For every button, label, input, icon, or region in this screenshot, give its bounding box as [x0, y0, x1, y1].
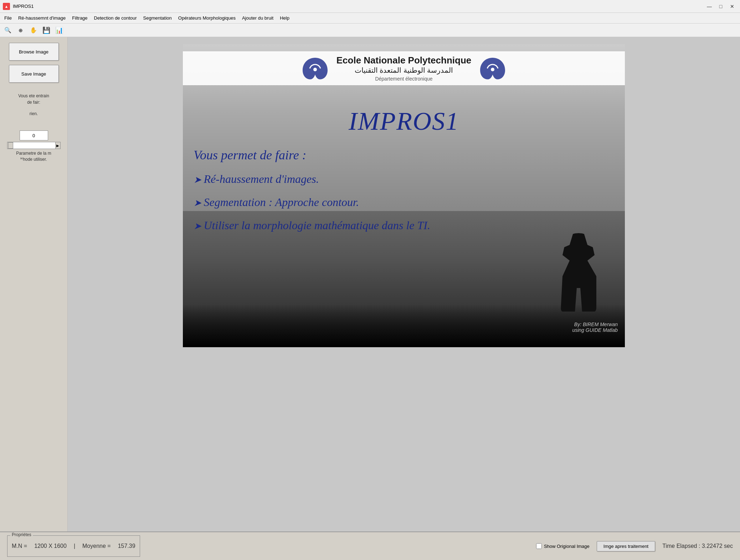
- moyenne-value: 157.39: [118, 543, 135, 549]
- mn-label: M.N =: [12, 543, 27, 549]
- slider-label: Parametre de la m ᴹhode utiliser.: [16, 150, 51, 163]
- menu-detection[interactable]: Detection de contour: [91, 14, 140, 22]
- mn-value: 1200 X 1600: [34, 543, 67, 549]
- app-icon: ▲: [3, 3, 10, 10]
- splash-list: Ré-haussement d'images. Segmentation : A…: [194, 173, 430, 232]
- save-image-button[interactable]: Save Image: [9, 65, 59, 83]
- menu-segmentation[interactable]: Segmentation: [140, 14, 175, 22]
- svg-point-1: [491, 68, 494, 71]
- svg-point-0: [313, 68, 317, 71]
- credit-line1: By: BIREM Merwan: [572, 322, 618, 327]
- menu-filtrage[interactable]: Filtrage: [69, 14, 90, 22]
- enp-logo-left: [301, 56, 329, 81]
- browse-image-button[interactable]: Browse Image: [9, 43, 59, 61]
- zoom-fit-button[interactable]: ⊕: [15, 25, 26, 35]
- enp-text-center: Ecole Nationale Polytechnique المدرسة ال…: [336, 55, 472, 82]
- toolbar: 🔍 ⊕ ✋ 💾 📊: [0, 24, 740, 37]
- title-bar: ▲ IMPROS1 — □ ✕: [0, 0, 740, 13]
- time-elapsed: Time Elapsed : 3.22472 sec: [662, 543, 733, 549]
- menu-bar: File Ré-haussemnt d'image Filtrage Detec…: [0, 13, 740, 24]
- main-content: Browse Image Save Image Vous ete entrain…: [0, 37, 740, 560]
- zoom-in-icon: 🔍: [4, 27, 11, 34]
- window-title: IMPROS1: [13, 4, 34, 9]
- slider-track[interactable]: ◀ ▶: [7, 142, 61, 149]
- slider-container: 0 ◀ ▶ Parametre de la m ᴹhode utiliser.: [7, 130, 61, 163]
- time-value: 3.22472 sec: [702, 543, 733, 549]
- content-area: Browse Image Save Image Vous ete entrain…: [0, 37, 740, 531]
- status-label: Vous ete entrain de fair:: [18, 93, 49, 106]
- image-area: Ecole Nationale Polytechnique المدرسة ال…: [68, 37, 740, 531]
- save-icon: 💾: [42, 26, 50, 34]
- maximize-button[interactable]: □: [716, 2, 726, 10]
- slider-thumb[interactable]: [8, 142, 13, 149]
- enp-title-ar: المدرسة الوطنية المتعدة التقنيات: [336, 66, 472, 75]
- menu-file[interactable]: File: [1, 14, 15, 22]
- minimize-button[interactable]: —: [704, 2, 714, 10]
- main-image-container: Ecole Nationale Polytechnique المدرسة ال…: [183, 44, 625, 347]
- separator: |: [74, 543, 75, 549]
- show-original-label: Show Origional Image: [544, 544, 590, 549]
- grass-overlay: [183, 304, 625, 347]
- bottom-bar: Propriétes M.N = 1200 X 1600 | Moyenne =…: [0, 531, 740, 560]
- splash-list-item-3: Utiliser la morphologie mathématique dan…: [194, 219, 430, 232]
- pan-icon: ✋: [30, 27, 37, 34]
- properties-box: Propriétes M.N = 1200 X 1600 | Moyenne =…: [7, 535, 140, 557]
- menu-operateurs[interactable]: Opérateurs Morphologiques: [175, 14, 238, 22]
- credit-line2: using GUIDE Matlab: [572, 327, 618, 333]
- properties-label: Propriétes: [10, 532, 33, 537]
- enp-logo-right: [478, 56, 507, 81]
- pan-button[interactable]: ✋: [28, 25, 39, 35]
- splash-app-title: IMPROS1: [183, 107, 625, 136]
- enp-title-en: Ecole Nationale Polytechnique: [336, 55, 472, 66]
- menu-bruit[interactable]: Ajouter du bruit: [239, 14, 276, 22]
- histogram-button[interactable]: 📊: [53, 25, 65, 35]
- imge-apres-button[interactable]: Imge apres traitement: [597, 541, 655, 551]
- zoom-in-button[interactable]: 🔍: [2, 25, 14, 35]
- show-original-container: Show Origional Image: [536, 543, 590, 549]
- close-button[interactable]: ✕: [727, 2, 737, 10]
- slider-right-arrow[interactable]: ▶: [55, 142, 60, 149]
- slider-value-display: 0: [20, 130, 48, 140]
- enp-subtitle: Département électronique: [336, 76, 472, 82]
- time-label: Time Elapsed :: [662, 543, 700, 549]
- left-panel: Browse Image Save Image Vous ete entrain…: [0, 37, 68, 531]
- moyenne-label: Moyenne =: [82, 543, 111, 549]
- show-original-checkbox[interactable]: [536, 543, 542, 549]
- status-value: rien.: [30, 111, 38, 116]
- splash-credit: By: BIREM Merwan using GUIDE Matlab: [572, 322, 618, 333]
- enp-header: Ecole Nationale Polytechnique المدرسة ال…: [183, 51, 625, 85]
- histogram-icon: 📊: [55, 26, 63, 34]
- bottom-right: Show Origional Image Imge apres traiteme…: [536, 541, 733, 551]
- splash-list-item-2: Segmentation : Approche contour.: [194, 196, 430, 209]
- menu-help[interactable]: Help: [277, 14, 292, 22]
- menu-rehaussement[interactable]: Ré-haussemnt d'image: [15, 14, 68, 22]
- zoom-fit-icon: ⊕: [19, 27, 23, 33]
- title-bar-left: ▲ IMPROS1: [3, 3, 34, 10]
- window-controls: — □ ✕: [704, 2, 737, 10]
- splash-intro: Vous permet de faire :: [194, 148, 307, 163]
- save-toolbar-button[interactable]: 💾: [41, 25, 52, 35]
- splash-list-item-1: Ré-haussement d'images.: [194, 173, 430, 186]
